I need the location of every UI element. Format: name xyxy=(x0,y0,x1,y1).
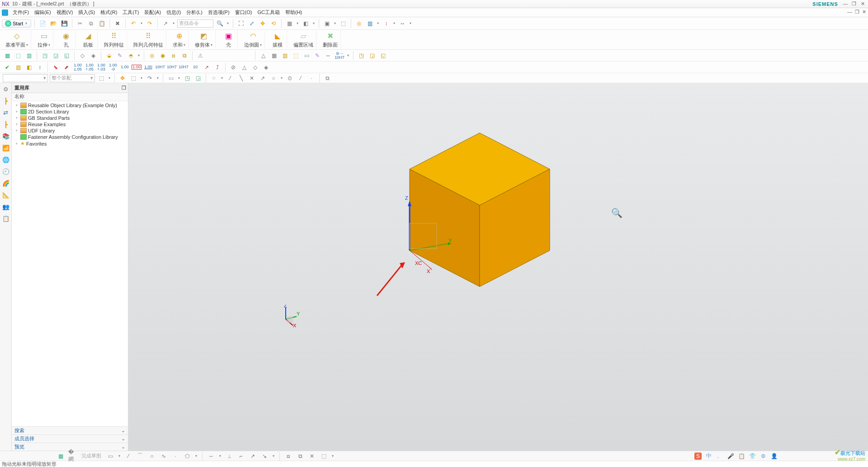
rb-rib[interactable]: ◢筋板 xyxy=(79,31,98,48)
sel2-icon[interactable]: ✥ xyxy=(118,74,127,83)
menu-format[interactable]: 格式(R) xyxy=(99,9,119,16)
sk3-icon[interactable]: ∕ xyxy=(124,452,133,461)
reuse-library-icon[interactable]: 📚 xyxy=(2,132,10,140)
sel12-icon[interactable]: ↗ xyxy=(258,74,267,83)
dim-8[interactable]: 10H7 xyxy=(155,65,165,69)
sel6-icon[interactable]: ◳ xyxy=(183,74,192,83)
dm1-icon[interactable]: ▥ xyxy=(14,63,23,72)
asm14-icon[interactable]: ⧈ xyxy=(169,51,178,60)
sk16-icon[interactable]: ✕ xyxy=(307,452,316,461)
menu-info[interactable]: 信息(I) xyxy=(165,9,183,16)
ime-logo-icon[interactable]: S xyxy=(694,453,702,460)
zoom-icon[interactable]: ⤢ xyxy=(247,19,256,28)
rb-extrude[interactable]: ▭拉伸▾ xyxy=(35,31,53,48)
d7-icon[interactable]: ↔ xyxy=(324,51,333,60)
rotate-icon[interactable]: ⟲ xyxy=(269,19,278,28)
d6-icon[interactable]: ✎ xyxy=(313,51,322,60)
tree-item[interactable]: +2D Section Library xyxy=(14,108,126,115)
menu-tools[interactable]: 工具(T) xyxy=(121,9,141,16)
navigator-part-icon[interactable]: ┣ xyxy=(2,97,10,105)
dim-10[interactable]: 10H7 xyxy=(179,65,189,69)
ime-skin-icon[interactable]: 👕 xyxy=(749,453,756,460)
dim-11[interactable]: 10 xyxy=(190,65,200,69)
dm11-icon[interactable]: ◈ xyxy=(261,63,270,72)
menu-window[interactable]: 窗口(O) xyxy=(233,9,254,16)
minimize-button[interactable]: — xyxy=(842,1,849,6)
d1-icon[interactable]: △ xyxy=(259,51,268,60)
dim-1[interactable]: 1.00±.05 xyxy=(73,63,83,71)
sk12-icon[interactable]: ↗ xyxy=(248,452,257,461)
sel16-icon[interactable]: · xyxy=(307,74,316,83)
child-minimize-button[interactable]: — xyxy=(847,9,852,15)
sel10-icon[interactable]: ╲ xyxy=(236,74,245,83)
start-button[interactable]: Start ▾ xyxy=(2,19,31,28)
sk8-icon[interactable]: ⬠ xyxy=(183,452,192,461)
new-icon[interactable]: 📄 xyxy=(38,19,47,28)
d10-icon[interactable]: ◱ xyxy=(378,51,387,60)
tree-item[interactable]: +GB Standard Parts xyxy=(14,115,126,121)
misc1-icon[interactable]: ◎ xyxy=(354,19,363,28)
dim-3[interactable]: 1.00+.03 xyxy=(96,63,106,71)
sel15-icon[interactable]: ∕ xyxy=(296,74,305,83)
menu-file[interactable]: 文件(F) xyxy=(11,9,31,16)
menu-prefs[interactable]: 首选项(P) xyxy=(206,9,231,16)
dim-6[interactable]: 1.00 xyxy=(132,65,142,70)
sel4-icon[interactable]: ↷ xyxy=(145,74,154,83)
menu-help[interactable]: 帮助(H) xyxy=(283,9,304,16)
hd3d-icon[interactable]: 📶 xyxy=(2,144,10,152)
dm6-icon[interactable]: ↗ xyxy=(202,63,211,72)
cut-icon[interactable]: ✂ xyxy=(75,19,85,28)
tree-item[interactable]: +Reusable Object Library (Example Only) xyxy=(14,102,126,108)
sk13-icon[interactable]: ↘ xyxy=(260,452,269,461)
open-icon[interactable]: 📂 xyxy=(49,19,58,28)
panel-popout-icon[interactable]: ❐ xyxy=(122,85,126,91)
selection-combo-1[interactable]: ▾ xyxy=(3,74,48,82)
roles-icon[interactable]: 👥 xyxy=(2,203,10,211)
ime-keyboard-icon[interactable]: 📋 xyxy=(738,453,745,460)
search-icon[interactable]: 🔍 xyxy=(215,19,224,28)
asm7-icon[interactable]: ◇ xyxy=(78,51,87,60)
asm1-icon[interactable]: ▦ xyxy=(3,51,12,60)
sk2-icon[interactable]: ▭ xyxy=(106,452,115,461)
rb-offset-region[interactable]: ▱偏置区域 xyxy=(291,31,316,48)
dm2-icon[interactable]: ◧ xyxy=(24,63,33,72)
dim-5[interactable]: 1.00 xyxy=(120,65,130,69)
dm4-icon[interactable]: ⬊ xyxy=(51,63,60,72)
section-search[interactable]: 搜索⌄ xyxy=(12,426,128,434)
child-restore-button[interactable]: ❐ xyxy=(855,9,859,15)
chk-icon[interactable]: ✔ xyxy=(3,63,12,72)
sel7-icon[interactable]: ◲ xyxy=(193,74,203,83)
sk5-icon[interactable]: ○ xyxy=(147,452,156,461)
menu-edit[interactable]: 编辑(E) xyxy=(33,9,53,16)
rb-pattern-geom[interactable]: ⠿阵列几何特征 xyxy=(131,31,166,48)
tree-item[interactable]: +UDF Library xyxy=(14,127,126,134)
rb-unite[interactable]: ⊕求和▾ xyxy=(170,31,189,48)
ime-user-icon[interactable]: 👤 xyxy=(770,453,778,460)
file-icon[interactable] xyxy=(2,9,8,16)
d3-icon[interactable]: ▥ xyxy=(280,51,289,60)
sk1-icon[interactable]: ▦ xyxy=(56,452,65,461)
tree-item[interactable]: +Reuse Examples xyxy=(14,121,126,127)
sk7-icon[interactable]: · xyxy=(171,452,180,461)
dim-2[interactable]: 1.00+.05 xyxy=(85,63,94,71)
dm5-icon[interactable]: ⬈ xyxy=(62,63,71,72)
misc3-icon[interactable]: ↕ xyxy=(382,19,391,28)
paste-icon[interactable]: 📋 xyxy=(97,19,106,28)
asm15-icon[interactable]: ⧉ xyxy=(180,51,189,60)
ime-lang-icon[interactable]: 中 xyxy=(705,453,712,460)
dm10-icon[interactable]: ◇ xyxy=(250,63,259,72)
sel5-icon[interactable]: ▭ xyxy=(166,74,175,83)
render2-icon[interactable]: ◧ xyxy=(301,19,310,28)
asm11-icon[interactable]: ⬘ xyxy=(126,51,135,60)
misc2-icon[interactable]: ▥ xyxy=(365,19,374,28)
asm8-icon[interactable]: ◈ xyxy=(89,51,98,60)
sel13-icon[interactable]: ○ xyxy=(269,74,278,83)
render1-icon[interactable]: ▦ xyxy=(285,19,294,28)
asm10-icon[interactable]: ✎ xyxy=(115,51,124,60)
close-button[interactable]: ✕ xyxy=(859,1,866,7)
sk11-icon[interactable]: ⌐ xyxy=(236,452,245,461)
tree-item[interactable]: Fastener Assembly Configuration Library xyxy=(14,134,126,140)
menu-analysis[interactable]: 分析(L) xyxy=(184,9,204,16)
sk17-icon[interactable]: ⬚ xyxy=(319,452,328,461)
copy-icon[interactable]: ⧉ xyxy=(86,19,95,28)
